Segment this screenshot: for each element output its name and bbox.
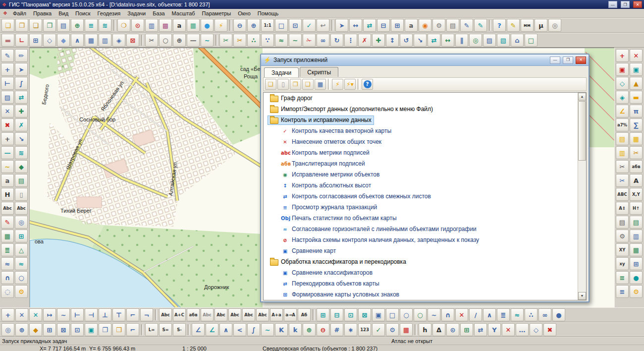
print-button[interactable]: ▤: [446, 19, 459, 32]
h-up-button[interactable]: H↑: [630, 202, 643, 215]
letter-h-button[interactable]: H: [1, 188, 14, 201]
end-diamond-button[interactable]: ◇: [530, 323, 542, 336]
t-left-button[interactable]: ⊢: [71, 308, 84, 321]
text-abc-strike-button[interactable]: Abc: [201, 308, 214, 321]
scale-object-button[interactable]: ↘: [414, 34, 427, 47]
integral-button[interactable]: ∫: [247, 323, 260, 336]
text-a-plus-c-button[interactable]: A+C: [173, 308, 186, 321]
x-final-button[interactable]: ✖: [543, 323, 556, 336]
create-list-button[interactable]: ❏: [265, 79, 276, 90]
align-nodes-button[interactable]: ⋮: [344, 34, 357, 47]
sum-button[interactable]: ∑: [630, 118, 643, 131]
merge-button[interactable]: ∞: [317, 34, 329, 47]
folder-button[interactable]: ❏: [302, 79, 314, 90]
node-cross-button[interactable]: +: [1, 308, 14, 321]
double-wave-button[interactable]: ≋: [15, 146, 28, 159]
end-node-button[interactable]: ●: [552, 308, 565, 321]
tree-item[interactable]: ▣Сравнение классификаторов: [264, 267, 578, 278]
tree-item[interactable]: Обработка классификатора и перекодировка: [264, 256, 578, 267]
menu-правка[interactable]: Правка: [30, 9, 55, 17]
offset-button[interactable]: ∥: [455, 34, 468, 47]
circle-teal-button[interactable]: ●: [630, 271, 643, 284]
arrow-down-right-button[interactable]: ↘: [15, 132, 28, 145]
diamond-green-button[interactable]: ◆: [15, 160, 28, 173]
box-1-button[interactable]: ▣: [372, 308, 385, 321]
green-grid-button[interactable]: ▦: [1, 230, 14, 242]
anchor-button[interactable]: ◎: [1, 323, 14, 336]
stack-blue-button[interactable]: ▥: [630, 230, 643, 242]
k-line-2-button[interactable]: k: [289, 323, 302, 336]
select-object-button[interactable]: ❍: [117, 19, 130, 32]
move-red-button[interactable]: +: [616, 49, 629, 62]
zoom-text-button[interactable]: ◎: [15, 216, 28, 229]
reverse-button[interactable]: ↻: [330, 34, 343, 47]
ruler-2-button[interactable]: ▬: [630, 91, 643, 104]
ellipse-button[interactable]: ○: [159, 34, 172, 47]
corner-2-button[interactable]: ¬: [140, 308, 153, 321]
slash-button[interactable]: /: [469, 308, 482, 321]
wrench-button[interactable]: ⚙: [616, 230, 629, 242]
layers-green-button[interactable]: ≡: [616, 271, 629, 284]
mm-button[interactable]: мм: [521, 19, 534, 32]
split-vertical-button[interactable]: ⊞: [391, 19, 404, 32]
edit-pencil-button[interactable]: ✎: [1, 49, 14, 62]
edit-point-button[interactable]: ✂: [219, 34, 232, 47]
menu-поиск[interactable]: Поиск: [72, 9, 94, 17]
table-2-button[interactable]: ▦: [400, 323, 413, 336]
zoom-in-button[interactable]: ⊕: [247, 19, 260, 32]
tilde-2-button[interactable]: ≈: [511, 308, 524, 321]
link-2-button[interactable]: ∞: [538, 308, 551, 321]
grid-c-button[interactable]: ⊡: [71, 323, 84, 336]
scroll-down-button[interactable]: ▼: [578, 292, 586, 300]
text-a-to-a-button[interactable]: a→A: [284, 308, 297, 321]
tree-item[interactable]: ◉Исправление метрики объектов: [264, 169, 578, 180]
area-sum-button[interactable]: S=: [159, 323, 172, 336]
rhomb-teal-2-button[interactable]: ◈: [616, 91, 629, 104]
grid-a-button[interactable]: ⊞: [43, 323, 56, 336]
help-button[interactable]: ?: [493, 19, 506, 32]
text-ab-fk-button[interactable]: Aб: [298, 308, 311, 321]
tree-item[interactable]: Контроль и исправление данных: [264, 115, 578, 125]
hash-button[interactable]: #: [330, 323, 343, 336]
settings-2-button[interactable]: ⚙: [630, 285, 643, 298]
menu-задачи[interactable]: Задачи: [124, 9, 149, 17]
net-button[interactable]: ⊞: [460, 323, 473, 336]
flag-button[interactable]: ▲: [630, 77, 643, 90]
length-button[interactable]: L=: [145, 323, 158, 336]
zigzag-button[interactable]: ∧: [483, 308, 496, 321]
arc-2-button[interactable]: ∩: [441, 308, 454, 321]
t-up-button[interactable]: ⊥: [99, 308, 111, 321]
area-min-button[interactable]: S-: [173, 323, 186, 336]
status-scale[interactable]: 1 : 25 000: [182, 346, 207, 351]
cross-teal-button[interactable]: ✗: [15, 118, 28, 131]
join-nodes-button[interactable]: ∴: [247, 34, 260, 47]
layers-palette-button[interactable]: ▦: [187, 19, 200, 32]
delete-blue-button[interactable]: ✕: [1, 105, 14, 117]
xy-2-button[interactable]: X,Y: [630, 188, 643, 201]
dialog-maximize-button[interactable]: ❐: [563, 57, 573, 64]
rhomb-button[interactable]: ◇: [43, 34, 56, 47]
fill-button[interactable]: ▧: [497, 34, 510, 47]
smooth-button[interactable]: ∼: [289, 34, 302, 47]
plus-circ-button[interactable]: ⊕: [303, 323, 316, 336]
sheet-green-button[interactable]: ▤: [15, 174, 28, 187]
micro-button[interactable]: µ: [535, 19, 547, 32]
rhomb-teal-button[interactable]: ◇: [616, 77, 629, 90]
object-list-button[interactable]: ▥: [145, 19, 158, 32]
book-button[interactable]: ❒: [112, 323, 125, 336]
text-a-sup-button[interactable]: A+a: [270, 308, 283, 321]
open-recent-button[interactable]: ❏: [29, 19, 42, 32]
delta-h-button[interactable]: Δ: [432, 323, 445, 336]
spline-yellow-button[interactable]: ∼: [1, 160, 14, 173]
scroll-up-button[interactable]: ▲: [578, 93, 586, 101]
settings-orange-button[interactable]: ⚙: [15, 285, 28, 298]
horizontal-line-button[interactable]: —: [1, 146, 14, 159]
frame-red-button[interactable]: ▣: [616, 63, 629, 76]
text-abv-button[interactable]: абв: [187, 308, 200, 321]
help-button[interactable]: ?: [362, 79, 373, 90]
node-arrow-button[interactable]: ↦: [43, 308, 56, 321]
diamond-2-button[interactable]: ◆: [29, 323, 42, 336]
scroll-thumb[interactable]: [578, 101, 586, 161]
subscript-a-button[interactable]: a: [1, 174, 14, 187]
scissors-2-button[interactable]: ✂: [616, 174, 629, 187]
